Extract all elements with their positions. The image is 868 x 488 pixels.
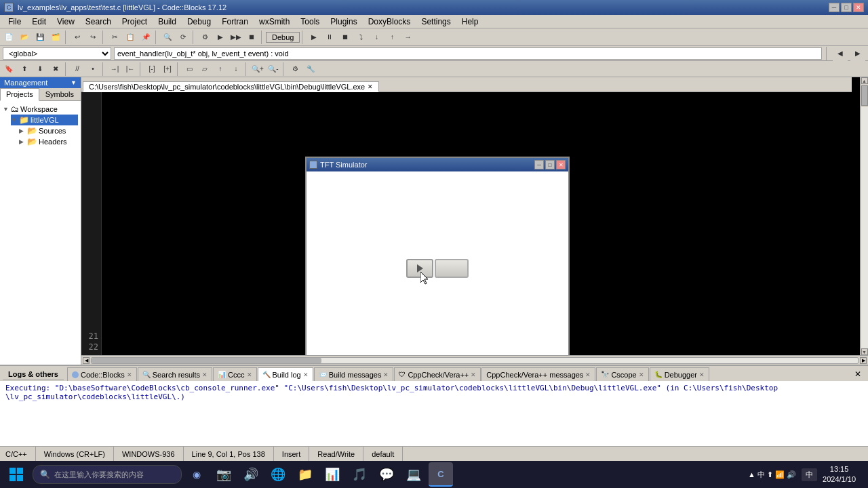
open-btn[interactable]: 📂 bbox=[17, 30, 32, 45]
tab-debugger-close[interactable]: ✕ bbox=[699, 371, 705, 378]
menu-plugins[interactable]: Plugins bbox=[325, 16, 362, 28]
build-btn[interactable]: ⚙ bbox=[197, 30, 212, 45]
taskbar-app-codeblocks[interactable]: C bbox=[429, 462, 453, 487]
paste-btn[interactable]: 📌 bbox=[138, 30, 153, 45]
sim-close-btn[interactable]: ✕ bbox=[556, 160, 566, 169]
editor-canvas[interactable]: 21 22 TFT Simulator ─ bbox=[81, 92, 860, 355]
menu-build[interactable]: Build bbox=[153, 16, 182, 28]
scroll-left-btn[interactable]: ◀ bbox=[83, 357, 90, 364]
tb2-uncomment[interactable]: • bbox=[85, 62, 100, 77]
tab-cppcheck-messages[interactable]: CppCheck/Vera++ messages ✕ bbox=[481, 367, 595, 381]
undo-btn[interactable]: ↩ bbox=[70, 30, 85, 45]
run-btn[interactable]: ▶ bbox=[213, 30, 228, 45]
tab-cccc-close[interactable]: ✕ bbox=[247, 371, 252, 378]
panel-collapse[interactable]: ▼ bbox=[71, 79, 77, 86]
tb2-move-down[interactable]: ↓ bbox=[229, 62, 243, 77]
tab-build-log-close[interactable]: ✕ bbox=[303, 371, 309, 378]
menu-file[interactable]: File bbox=[3, 16, 26, 28]
file-tab-active[interactable]: C:\Users\fish\Desktop\lv_pc_simulator\co… bbox=[83, 81, 379, 92]
taskbar-app-camera[interactable]: 📷 bbox=[212, 462, 236, 487]
menu-debug[interactable]: Debug bbox=[182, 16, 216, 28]
tab-cscope[interactable]: 🔭 Cscope ✕ bbox=[596, 367, 648, 381]
tab-search-results[interactable]: 🔍 Search results ✕ bbox=[138, 367, 212, 381]
debug-step-out[interactable]: ↑ bbox=[384, 30, 399, 45]
sim-minimize-btn[interactable]: ─ bbox=[534, 160, 544, 169]
function-signature[interactable] bbox=[114, 47, 822, 60]
tree-project[interactable]: ▼ 📁 littleVGL bbox=[11, 115, 78, 125]
close-button[interactable]: ✕ bbox=[853, 3, 864, 12]
tb2-bookmark[interactable]: 🔖 bbox=[1, 62, 16, 77]
tab-cppcheck[interactable]: 🛡 CppCheck/Vera++ ✕ bbox=[394, 367, 481, 381]
zoom-in[interactable]: 🔍+ bbox=[250, 62, 265, 77]
minimize-button[interactable]: ─ bbox=[829, 3, 840, 12]
tb2-move-up[interactable]: ↑ bbox=[213, 62, 228, 77]
tab-cccc[interactable]: 📊 Cccc ✕ bbox=[213, 367, 256, 381]
taskbar-app-edge[interactable]: 🌐 bbox=[266, 462, 290, 487]
tb2-extra2[interactable]: 🔧 bbox=[303, 62, 318, 77]
tab-build-messages[interactable]: 📨 Build messages ✕ bbox=[314, 367, 394, 381]
tb2-unfold[interactable]: [+] bbox=[160, 62, 175, 77]
menu-fortran[interactable]: Fortran bbox=[216, 16, 254, 28]
tb2-select[interactable]: ▭ bbox=[182, 62, 197, 77]
replace-btn[interactable]: ⟳ bbox=[176, 30, 191, 45]
menu-tools[interactable]: Tools bbox=[295, 16, 325, 28]
scroll-down-btn[interactable]: ▼ bbox=[861, 348, 868, 355]
scope-selector[interactable]: <global> bbox=[3, 47, 111, 60]
sim-maximize-btn[interactable]: □ bbox=[545, 160, 555, 169]
taskbar-app-dev[interactable]: 💻 bbox=[401, 462, 426, 487]
tb2-indent[interactable]: →| bbox=[107, 62, 122, 77]
menu-view[interactable]: View bbox=[52, 16, 80, 28]
debug-run-to[interactable]: → bbox=[400, 30, 415, 45]
zoom-out[interactable]: 🔍- bbox=[266, 62, 281, 77]
tb2-unindent[interactable]: |← bbox=[123, 62, 138, 77]
menu-wxsmith[interactable]: wxSmith bbox=[254, 16, 295, 28]
tab-debugger[interactable]: 🐛 Debugger ✕ bbox=[650, 367, 709, 381]
tab-projects[interactable]: Projects bbox=[0, 88, 39, 101]
tb2-select2[interactable]: ▱ bbox=[197, 62, 212, 77]
bottom-panel-close[interactable]: ✕ bbox=[850, 368, 865, 380]
debug-dropdown-btn[interactable]: Debug bbox=[266, 32, 300, 43]
func-nav-fwd[interactable]: ▶ bbox=[850, 46, 865, 61]
tab-build-messages-close[interactable]: ✕ bbox=[383, 371, 389, 378]
tb2-fold[interactable]: [-] bbox=[144, 62, 159, 77]
build-run-btn[interactable]: ▶▶ bbox=[229, 30, 243, 45]
taskbar-search-box[interactable]: 🔍 在这里输入你要搜索的内容 bbox=[33, 465, 182, 484]
copy-btn[interactable]: 📋 bbox=[123, 30, 138, 45]
tab-cppcheck-msg-close[interactable]: ✕ bbox=[585, 371, 591, 378]
tb2-next-bookmark[interactable]: ⬇ bbox=[33, 62, 47, 77]
tb2-clear-bookmarks[interactable]: ✖ bbox=[48, 62, 63, 77]
save-btn[interactable]: 💾 bbox=[33, 30, 47, 45]
taskbar-app-cortana[interactable]: ◉ bbox=[184, 462, 209, 487]
sim-rect-button[interactable] bbox=[435, 259, 469, 278]
scroll-up-btn[interactable]: ▲ bbox=[861, 77, 868, 84]
maximize-button[interactable]: □ bbox=[841, 3, 852, 12]
scroll-thumb[interactable] bbox=[861, 85, 868, 106]
tb2-comment[interactable]: // bbox=[70, 62, 85, 77]
taskbar-app-store[interactable]: 💬 bbox=[374, 462, 399, 487]
menu-help[interactable]: Help bbox=[456, 16, 484, 28]
menu-doxyblocks[interactable]: DoxyBlocks bbox=[363, 16, 416, 28]
debug-next[interactable]: ⤵ bbox=[353, 30, 368, 45]
tab-cppcheck-close[interactable]: ✕ bbox=[471, 371, 476, 378]
tab-symbols[interactable]: Symbols bbox=[39, 88, 80, 100]
h-scroll-thumb[interactable] bbox=[92, 358, 321, 363]
tab-codeblocks[interactable]: Code::Blocks ✕ bbox=[67, 367, 137, 381]
menu-settings[interactable]: Settings bbox=[416, 16, 456, 28]
simulator-window[interactable]: TFT Simulator ─ □ ✕ bbox=[305, 157, 570, 355]
tab-build-log[interactable]: 🔨 Build log ✕ bbox=[258, 367, 313, 381]
tb2-prev-bookmark[interactable]: ⬆ bbox=[17, 62, 32, 77]
tab-codeblocks-close[interactable]: ✕ bbox=[127, 371, 132, 378]
taskbar-app-explorer[interactable]: 📁 bbox=[293, 462, 317, 487]
redo-btn[interactable]: ↪ bbox=[85, 30, 100, 45]
new-btn[interactable]: 📄 bbox=[1, 30, 16, 45]
editor-area[interactable]: C:\Users\fish\Desktop\lv_pc_simulator\co… bbox=[81, 77, 860, 355]
start-button[interactable] bbox=[3, 462, 30, 487]
debug-pause[interactable]: ⏸ bbox=[322, 30, 337, 45]
sim-play-button[interactable] bbox=[406, 259, 433, 278]
tree-workspace[interactable]: ▼ 🗂 Workspace bbox=[3, 104, 78, 115]
taskbar-clock[interactable]: 13:15 2024/1/10 bbox=[823, 464, 856, 485]
taskbar-app-sound[interactable]: 🔊 bbox=[239, 462, 263, 487]
taskbar-tray-icons[interactable]: ▲ 中 ⬆ 📶 🔊 bbox=[748, 470, 796, 480]
file-tab-close[interactable]: ✕ bbox=[368, 83, 373, 90]
debug-stop[interactable]: ⏹ bbox=[338, 30, 353, 45]
